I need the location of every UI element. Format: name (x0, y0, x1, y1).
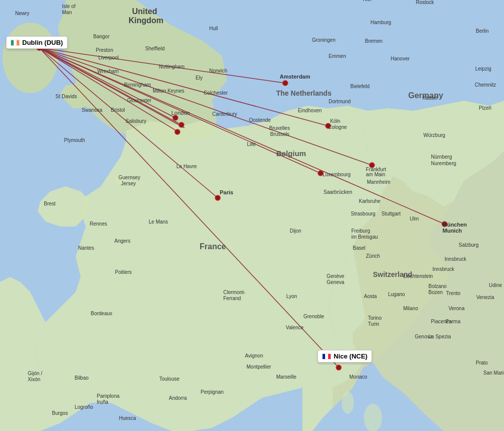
svg-text:Hamburg: Hamburg (370, 20, 391, 25)
svg-text:Udine: Udine (489, 282, 502, 288)
svg-text:Milano: Milano (403, 306, 418, 311)
svg-text:Burgos: Burgos (52, 410, 68, 416)
map-svg: United Kingdom Germany Belgium The Nethe… (0, 0, 504, 431)
svg-text:Xixón: Xixón (28, 377, 40, 382)
svg-text:Plzeň: Plzeň (479, 105, 491, 111)
svg-text:Norwich: Norwich (209, 68, 227, 74)
svg-text:Belgium: Belgium (276, 149, 306, 158)
svg-text:Colchester: Colchester (204, 90, 228, 96)
svg-text:am Main: am Main (366, 172, 385, 177)
svg-point-33 (336, 365, 341, 370)
svg-text:Trento: Trento (446, 291, 461, 296)
svg-text:Birmingham: Birmingham (124, 82, 151, 88)
svg-text:Freiburg: Freiburg (351, 228, 370, 234)
svg-text:Le Havre: Le Havre (176, 164, 197, 169)
svg-text:Nottingham: Nottingham (159, 64, 184, 69)
svg-text:Dortmund: Dortmund (329, 99, 351, 104)
svg-text:Gijón /: Gijón / (28, 371, 42, 376)
svg-text:Emmen: Emmen (329, 53, 346, 59)
svg-text:Aosta: Aosta (364, 294, 377, 299)
svg-text:Bangor: Bangor (93, 34, 110, 39)
svg-text:Dijon: Dijon (290, 228, 301, 234)
svg-text:Geneva: Geneva (327, 279, 344, 285)
svg-text:Man: Man (62, 10, 72, 15)
svg-text:United: United (132, 7, 157, 16)
dublin-label-text: Dublin (DUB) (22, 39, 63, 46)
svg-text:Würzburg: Würzburg (423, 132, 445, 138)
svg-text:Kiel: Kiel (363, 0, 371, 2)
svg-text:Jersey: Jersey (121, 181, 136, 186)
svg-text:Liverpool: Liverpool (98, 55, 119, 60)
svg-text:Eindhoven: Eindhoven (298, 108, 322, 113)
svg-text:München: München (443, 222, 467, 228)
svg-text:Bolzano: Bolzano (428, 283, 447, 289)
svg-text:Berlin: Berlin (476, 28, 489, 34)
svg-text:Brussels: Brussels (270, 131, 289, 137)
svg-text:Cologne: Cologne (328, 124, 347, 130)
svg-text:Sheffield: Sheffield (145, 46, 165, 51)
svg-text:Bozen: Bozen (428, 290, 443, 295)
svg-point-30 (173, 115, 178, 120)
svg-text:San Marino: San Marino (483, 370, 504, 376)
svg-text:Hanover: Hanover (391, 56, 410, 61)
svg-text:Basel: Basel (353, 245, 365, 251)
svg-text:Paris: Paris (220, 189, 233, 195)
svg-text:St Davids: St Davids (55, 94, 77, 99)
svg-text:Valence: Valence (286, 325, 304, 330)
svg-point-29 (215, 195, 220, 200)
svg-text:Iruña: Iruña (97, 399, 108, 405)
svg-text:Innsbruck: Innsbruck (445, 256, 467, 262)
svg-point-31 (179, 122, 184, 127)
svg-point-1 (3, 23, 58, 93)
svg-text:Rennes: Rennes (90, 221, 107, 227)
svg-text:Stuttgart: Stuttgart (382, 211, 401, 217)
svg-text:Oostende: Oostende (249, 117, 271, 123)
svg-text:Verona: Verona (449, 306, 465, 311)
svg-text:Liechtenstein: Liechtenstein (403, 273, 433, 279)
france-flag (322, 353, 331, 360)
svg-text:Saarbrücken: Saarbrücken (324, 189, 352, 195)
svg-text:Milton Keynes: Milton Keynes (153, 88, 184, 94)
nice-label-text: Nice (NCE) (334, 352, 367, 360)
svg-text:Strasbourg: Strasbourg (351, 211, 375, 217)
svg-text:The Netherlands: The Netherlands (276, 89, 332, 97)
svg-text:Leipzig: Leipzig (475, 66, 491, 71)
svg-text:Torino: Torino (368, 315, 382, 321)
svg-text:Canterbury: Canterbury (212, 111, 237, 117)
svg-text:Rostock: Rostock (416, 0, 434, 5)
svg-text:Parma: Parma (446, 319, 461, 324)
svg-text:Kingdom: Kingdom (129, 16, 163, 25)
svg-text:Venezia: Venezia (476, 295, 494, 300)
svg-text:Amsterdam: Amsterdam (280, 74, 310, 80)
svg-text:Brest: Brest (44, 201, 56, 206)
svg-text:Swansea: Swansea (82, 107, 103, 113)
svg-text:Guernsey: Guernsey (118, 175, 140, 180)
svg-text:Mannheim: Mannheim (367, 179, 391, 185)
svg-text:France: France (200, 242, 226, 251)
svg-point-32 (175, 129, 180, 134)
svg-text:Munich: Munich (443, 228, 462, 234)
svg-text:Angers: Angers (114, 238, 131, 244)
svg-text:Nürnberg: Nürnberg (431, 154, 452, 160)
svg-text:im Breisgau: im Breisgau (351, 234, 378, 240)
svg-text:La Spezia: La Spezia (428, 334, 451, 339)
svg-text:Newry: Newry (15, 11, 29, 16)
svg-text:Toulouse: Toulouse (159, 376, 179, 382)
svg-point-8 (364, 404, 382, 431)
svg-text:Bristol: Bristol (111, 107, 125, 113)
svg-text:Salzburg: Salzburg (459, 242, 478, 248)
svg-text:Gloucester: Gloucester (127, 98, 152, 103)
svg-text:Lille: Lille (247, 141, 256, 147)
svg-text:Karlsruhe: Karlsruhe (359, 198, 381, 204)
svg-text:Nuremberg: Nuremberg (431, 161, 456, 166)
svg-text:Poitiers: Poitiers (115, 269, 132, 275)
svg-text:Bruxelles: Bruxelles (269, 125, 290, 131)
svg-text:Prato: Prato (476, 360, 488, 366)
svg-text:Ferrand: Ferrand (223, 296, 241, 301)
svg-text:Chemnitz: Chemnitz (475, 82, 496, 88)
svg-text:Andorra: Andorra (169, 395, 187, 401)
svg-text:Innsbruck: Innsbruck (432, 266, 455, 272)
svg-text:Plymouth: Plymouth (64, 137, 85, 143)
svg-text:Monaco: Monaco (349, 374, 367, 380)
svg-text:Köln: Köln (330, 118, 340, 124)
